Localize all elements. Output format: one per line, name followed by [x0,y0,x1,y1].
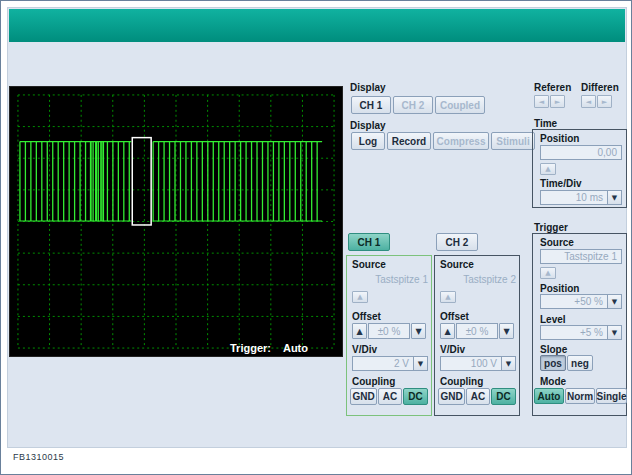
referen-left-arrow-button: ◄ [534,95,549,108]
trigger-status-label: Trigger: [230,342,271,354]
up-arrow-icon: ▲ [356,327,362,336]
down-arrow-icon: ▼ [415,327,421,336]
ch2-dc-button[interactable]: DC [491,388,516,405]
time-position-up-button: ▲ [540,163,556,175]
ch2-source-value: Tastspitze 2 [440,273,516,286]
ch2-offset-up-button[interactable]: ▲ [440,323,455,339]
ch1-vdiv-combo[interactable]: 2 V ▼ [352,356,428,371]
ch1-source-value: Tastspitze 1 [352,273,428,286]
trigger-position-label: Position [540,283,579,294]
dropdown-arrow-icon[interactable]: ▼ [607,190,622,205]
timediv-combo[interactable]: 10 ms ▼ [540,190,622,205]
ch2-vdiv-label: V/Div [440,344,465,355]
trigger-mode-label: Mode [540,376,566,387]
mode-single-button[interactable]: Single [596,388,627,404]
ch2-offset-down-button[interactable]: ▼ [499,323,514,339]
differen-label: Differen [581,82,619,93]
ch2-ac-button[interactable]: AC [466,388,490,405]
trigger-source-input: Tastspitze 1 [540,249,622,264]
display-ch1-button[interactable]: CH 1 [351,96,391,114]
ch1-ac-button[interactable]: AC [378,388,402,405]
ch1-offset-input[interactable]: ±0 % [368,323,410,339]
differen-left-arrow-button: ◄ [581,95,596,108]
mode-auto-button[interactable]: Auto [534,388,564,404]
time-group-label: Time [534,118,557,129]
ch1-offset-label: Offset [352,311,381,322]
ch2-tab[interactable]: CH 2 [436,233,478,251]
trigger-level-label: Level [540,314,566,325]
trigger-level-combo[interactable]: +5 % ▼ [540,325,622,340]
trigger-slope-label: Slope [540,344,567,355]
left-arrow-icon: ◄ [586,98,591,106]
ch1-tab[interactable]: CH 1 [348,233,390,251]
timediv-label: Time/Div [540,178,582,189]
footer-code: FB1310015 [13,452,64,462]
timediv-value[interactable]: 10 ms [540,190,607,205]
ch2-offset-label: Offset [440,311,469,322]
record-button[interactable]: Record [387,132,431,150]
ch1-offset-down-button[interactable]: ▼ [411,323,426,339]
time-position-input: 0,00 [540,145,622,160]
ch2-source-label: Source [440,259,474,270]
slope-pos-button[interactable]: pos [540,355,566,371]
stimuli-button: Stimuli [491,132,535,150]
dropdown-arrow-icon[interactable]: ▼ [501,356,516,371]
display-channels-label: Display [350,82,386,93]
right-arrow-icon: ► [555,98,560,106]
up-arrow-icon: ▲ [545,165,550,173]
down-arrow-icon: ▼ [503,327,509,336]
dropdown-arrow-icon[interactable]: ▼ [607,294,622,309]
title-bar [9,9,625,42]
app-window: Trigger: Auto Display CH 1 CH 2 Coupled … [0,0,632,475]
referen-right-arrow-button: ► [550,95,565,108]
ch1-vdiv-label: V/Div [352,344,377,355]
trigger-group-label: Trigger [534,222,568,233]
ch1-dc-button[interactable]: DC [403,388,428,405]
trigger-position-value[interactable]: +50 % [540,294,607,309]
trigger-status: Trigger: Auto [230,342,308,354]
display-ch2-button: CH 2 [393,96,433,114]
referen-label: Referen [534,82,571,93]
dropdown-arrow-icon[interactable]: ▼ [413,356,428,371]
ch1-offset-up-button[interactable]: ▲ [352,323,367,339]
ch2-coupling-label: Coupling [440,376,483,387]
ch2-gnd-button[interactable]: GND [438,388,465,405]
slope-neg-button[interactable]: neg [567,355,593,371]
left-arrow-icon: ◄ [539,98,544,106]
right-arrow-icon: ► [602,98,607,106]
trigger-level-value[interactable]: +5 % [540,325,607,340]
ch2-vdiv-combo[interactable]: 100 V ▼ [440,356,516,371]
ch1-source-label: Source [352,259,386,270]
ch1-coupling-label: Coupling [352,376,395,387]
compress-button: Compress [433,132,489,150]
trigger-source-up-button: ▲ [540,267,556,279]
up-arrow-icon: ▲ [545,269,550,277]
up-arrow-icon: ▲ [444,327,450,336]
trigger-source-label: Source [540,237,574,248]
dropdown-arrow-icon[interactable]: ▼ [607,325,622,340]
scope-display: Trigger: Auto [9,86,343,357]
ch1-vdiv-value[interactable]: 2 V [352,356,413,371]
log-button[interactable]: Log [351,132,385,150]
differen-right-arrow-button: ► [597,95,612,108]
ch2-offset-input[interactable]: ±0 % [456,323,498,339]
time-position-label: Position [540,133,579,144]
scope-svg [10,87,342,356]
display-modes-label: Display [350,120,386,131]
up-arrow-icon: ▲ [357,293,362,301]
mode-norm-button[interactable]: Norm [565,388,595,404]
ch1-source-up-button: ▲ [352,291,368,303]
up-arrow-icon: ▲ [445,293,450,301]
ch1-gnd-button[interactable]: GND [350,388,377,405]
ch2-vdiv-value[interactable]: 100 V [440,356,501,371]
ch2-source-up-button: ▲ [440,291,456,303]
main-panel: Trigger: Auto Display CH 1 CH 2 Coupled … [7,7,627,448]
trigger-position-combo[interactable]: +50 % ▼ [540,294,622,309]
trigger-status-value: Auto [283,342,308,354]
display-coupled-button: Coupled [435,96,485,114]
